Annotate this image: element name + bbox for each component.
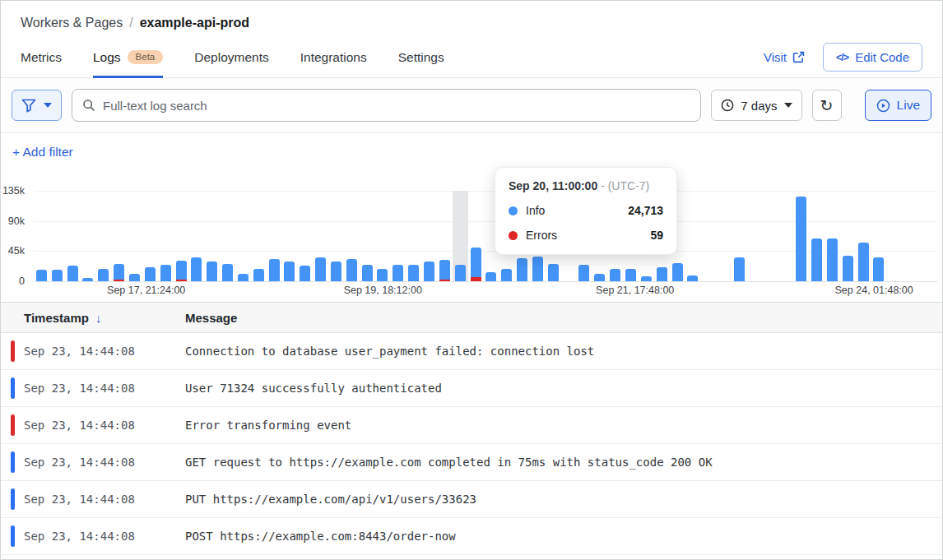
chart-bar-slot[interactable] xyxy=(34,191,49,281)
chart-bar-slot[interactable] xyxy=(297,191,313,281)
chart-bar-slot[interactable] xyxy=(406,191,421,281)
log-message: PUT https://example.com/api/v1/users/336… xyxy=(185,493,476,506)
timestamp-column-header[interactable]: Timestamp ↓ xyxy=(1,311,185,325)
chart-bar-slot[interactable] xyxy=(840,191,856,281)
log-row[interactable]: Sep 23, 14:44:08 Error transforming even… xyxy=(1,407,942,444)
filter-menu-button[interactable] xyxy=(12,90,62,121)
tab-bar: Metrics Logs Beta Deployments Integratio… xyxy=(1,37,942,78)
chart-bar-slot[interactable] xyxy=(871,191,887,281)
time-range-button[interactable]: 7 days xyxy=(711,90,801,121)
chart-bar-slot[interactable] xyxy=(437,191,453,281)
chart-bar-slot[interactable] xyxy=(856,191,871,281)
chart-bar-slot[interactable] xyxy=(111,191,127,281)
tab-settings[interactable]: Settings xyxy=(398,37,444,77)
visit-link[interactable]: Visit xyxy=(764,50,805,64)
chart-bar-slot[interactable] xyxy=(65,191,81,281)
log-row[interactable]: Sep 23, 14:44:08 PUT https://example.com… xyxy=(1,481,942,518)
refresh-button[interactable]: ↻ xyxy=(812,90,842,121)
tab-metrics[interactable]: Metrics xyxy=(21,37,62,77)
chevron-down-icon xyxy=(784,103,792,108)
severity-indicator-info xyxy=(11,488,15,510)
search-input[interactable] xyxy=(103,99,690,113)
chart-bar-slot[interactable] xyxy=(700,191,716,281)
x-axis-tick-label: Sep 19, 18:12:00 xyxy=(344,285,422,296)
chart-bar-slot[interactable] xyxy=(127,191,142,281)
log-row[interactable]: Sep 23, 14:44:08 User 71324 successfully… xyxy=(1,370,942,407)
bar xyxy=(843,256,853,281)
chart-bar-slot[interactable] xyxy=(763,191,778,281)
chart-bar-slot[interactable] xyxy=(360,191,375,281)
log-message: GET request to https://example.com compl… xyxy=(185,456,713,469)
chart-bar-slot[interactable] xyxy=(267,191,282,281)
bar xyxy=(517,258,527,281)
chart-bar-slot[interactable] xyxy=(328,191,344,281)
live-button[interactable]: Live xyxy=(865,90,931,121)
bar xyxy=(625,269,636,281)
severity-indicator-error xyxy=(11,414,15,436)
sort-desc-icon: ↓ xyxy=(95,311,102,325)
bar xyxy=(284,261,295,281)
y-axis-tick-label: 90k xyxy=(8,215,25,227)
add-filter-button[interactable]: + Add filter xyxy=(12,145,73,159)
bar xyxy=(485,272,496,281)
chart-bar-slot[interactable] xyxy=(778,191,794,281)
time-range-value: 7 days xyxy=(741,99,777,113)
edit-code-button[interactable]: </> Edit Code xyxy=(823,43,922,72)
chart-bar-slot[interactable] xyxy=(375,191,391,281)
chart-bar-slot[interactable] xyxy=(313,191,328,281)
log-table: Timestamp ↓ Message Sep 23, 14:44:08 Con… xyxy=(1,303,942,555)
y-axis-tick-label: 45k xyxy=(8,245,25,257)
bar xyxy=(501,269,512,281)
chart-tooltip: Sep 20, 11:00:00 - (UTC-7) Info 24,713 E… xyxy=(495,167,677,255)
chart-bar-slot[interactable] xyxy=(220,191,235,281)
chart-bar-slot[interactable] xyxy=(390,191,406,281)
clock-icon xyxy=(721,99,734,112)
chart-bar-hovered[interactable] xyxy=(453,191,468,281)
bar xyxy=(858,243,869,281)
breadcrumb-workers-pages[interactable]: Workers & Pages xyxy=(21,16,123,30)
chart-bar-slot[interactable] xyxy=(81,191,96,281)
chart-bar-slot[interactable] xyxy=(158,191,174,281)
chart-bar-slot[interactable] xyxy=(344,191,360,281)
chart-bar-slot[interactable] xyxy=(468,191,484,281)
bar xyxy=(82,278,93,281)
chart-bar-slot[interactable] xyxy=(188,191,204,281)
add-filter-row: + Add filter xyxy=(1,133,942,171)
chart-bar-slot[interactable] xyxy=(204,191,220,281)
chart-bar-slot[interactable] xyxy=(174,191,189,281)
tab-integrations[interactable]: Integrations xyxy=(300,37,367,77)
log-search-box[interactable] xyxy=(72,89,701,122)
chart-bar-slot[interactable] xyxy=(95,191,111,281)
tab-deployments[interactable]: Deployments xyxy=(194,37,268,77)
bar xyxy=(315,257,326,281)
chart-y-axis: 135k90k45k0 xyxy=(1,191,29,281)
bar xyxy=(238,274,249,281)
chart-bar-slot[interactable] xyxy=(282,191,298,281)
chart-bar-slot[interactable] xyxy=(732,191,747,281)
chart-bar-slot[interactable] xyxy=(825,191,840,281)
chart-bar-slot[interactable] xyxy=(251,191,267,281)
bar xyxy=(145,267,156,281)
bar xyxy=(176,261,187,281)
chart-bar-slot[interactable] xyxy=(49,191,65,281)
bar xyxy=(455,265,466,281)
bar xyxy=(253,269,264,281)
chart-bar-slot[interactable] xyxy=(793,191,809,281)
log-row[interactable]: Sep 23, 14:44:08 Connection to database … xyxy=(1,333,942,370)
y-axis-tick-label: 0 xyxy=(19,275,25,287)
bar xyxy=(36,270,47,281)
chart-bar-slot[interactable] xyxy=(809,191,825,281)
chart-bar-slot[interactable] xyxy=(421,191,437,281)
bar xyxy=(191,257,202,281)
chart-bar-slot[interactable] xyxy=(685,191,700,281)
log-row[interactable]: Sep 23, 14:44:08 POST https://example.co… xyxy=(1,518,942,555)
search-icon xyxy=(82,99,95,112)
bar xyxy=(657,267,667,281)
tab-logs[interactable]: Logs Beta xyxy=(93,37,163,77)
chart-bar-slot[interactable] xyxy=(142,191,158,281)
chart-bar-slot[interactable] xyxy=(235,191,251,281)
chart-bar-slot[interactable] xyxy=(747,191,763,281)
log-row[interactable]: Sep 23, 14:44:08 GET request to https://… xyxy=(1,444,942,481)
chart-bar-slot[interactable] xyxy=(716,191,732,281)
log-timestamp: Sep 23, 14:44:08 xyxy=(24,493,185,506)
